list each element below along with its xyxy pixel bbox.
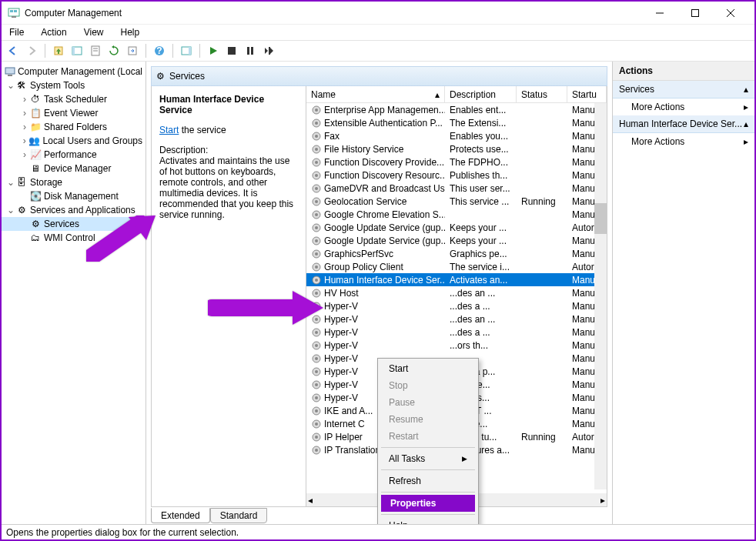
chevron-down-icon[interactable]: ⌄ [6,205,15,215]
menu-help[interactable]: Help [118,25,143,39]
menu-file[interactable]: File [6,25,27,39]
collapse-icon: ▴ [744,84,748,95]
services-app-icon: ⚙ [15,204,28,216]
up-button[interactable] [50,42,67,59]
column-status[interactable]: Status [517,86,567,102]
chevron-right-icon: ▶ [462,455,467,463]
properties-button[interactable] [87,42,104,59]
tree-local-users[interactable]: Local Users and Groups [43,135,142,146]
svg-point-70 [315,396,318,399]
service-row[interactable]: Hyper-V...des a ...Manu [306,326,607,339]
show-hide-tree-button[interactable] [69,42,85,59]
tree-device-manager[interactable]: Device Manager [44,163,111,174]
folder-icon: 📁 [29,121,42,133]
start-service-link[interactable]: Start [159,125,179,135]
chevron-right-icon[interactable]: › [20,108,29,119]
tab-extended[interactable]: Extended [151,508,210,523]
chevron-right-icon[interactable]: › [20,135,28,146]
minimize-button[interactable] [642,2,677,25]
pause-service-button[interactable] [242,42,259,59]
actions-group-services[interactable]: Services▴ [613,81,754,99]
start-service-button[interactable] [205,42,222,59]
service-row[interactable]: Human Interface Device Ser...Activates a… [306,273,607,286]
close-button[interactable] [713,2,748,25]
tree-services: Services [44,219,79,229]
svg-point-62 [315,344,318,347]
services-header-title: Services [169,71,205,82]
chevron-right-icon[interactable]: › [20,122,29,132]
stop-service-button[interactable] [223,42,240,59]
service-row[interactable]: Function Discovery Resourc...Publishes t… [306,169,607,182]
column-description[interactable]: Description [445,86,517,102]
back-button[interactable] [5,42,22,59]
tree-services-apps[interactable]: Services and Applications [30,205,135,215]
menu-action[interactable]: Action [38,25,69,39]
svg-rect-18 [189,47,191,55]
ctx-all-tasks[interactable]: All Tasks▶ [380,450,477,467]
tree-event-viewer[interactable]: Event Viewer [44,108,98,119]
service-row[interactable]: FaxEnables you...Manu [306,129,607,142]
service-row[interactable]: Hyper-V...ors th...Manu [306,339,607,352]
service-row[interactable]: HV Host...des an ...Manu [306,286,607,299]
service-row[interactable]: Hyper-V...des a ...Manu [306,299,607,312]
show-hide-action-button[interactable] [178,42,195,59]
restart-service-button[interactable] [260,42,277,59]
column-name[interactable]: Name▴ [306,86,445,102]
storage-icon: 🗄 [15,176,28,189]
column-startup[interactable]: Startu [567,86,607,102]
service-row[interactable]: GraphicsPerfSvcGraphics pe...Manu [306,247,607,260]
service-row[interactable]: Group Policy ClientThe service i...Autor [306,260,607,273]
service-row[interactable]: Google Chrome Elevation S...Manu [306,208,607,221]
service-row[interactable]: File History ServiceProtects use...Manu [306,142,607,155]
chevron-down-icon[interactable]: ⌄ [6,80,15,91]
status-text: Opens the properties dialog box for the … [6,527,239,538]
gear-icon: ⚙ [156,71,165,82]
svg-rect-24 [8,75,12,76]
chevron-right-icon[interactable]: › [20,94,29,105]
export-button[interactable] [124,42,141,59]
chevron-right-icon[interactable]: › [20,149,29,160]
service-row[interactable]: Hyper-V...des an ...Manu [306,312,607,326]
window-title: Computer Management [25,8,642,18]
help-button[interactable]: ? [151,42,168,59]
ctx-help[interactable]: Help [380,517,477,524]
chevron-down-icon[interactable]: ⌄ [6,177,15,188]
device-icon: 🖥 [29,162,42,175]
ctx-refresh[interactable]: Refresh [380,473,477,489]
ctx-properties[interactable]: Properties [381,495,475,512]
service-row[interactable]: Geolocation ServiceThis service ...Runni… [306,195,607,208]
svg-rect-20 [247,47,249,55]
tree-root[interactable]: Computer Management (Local [18,66,142,77]
forward-button[interactable] [23,42,40,59]
tree-shared-folders[interactable]: Shared Folders [44,122,107,132]
actions-more-1[interactable]: More Actions▸ [613,99,754,115]
tree-performance[interactable]: Performance [44,149,97,160]
gear-icon [311,419,322,429]
tab-standard[interactable]: Standard [210,508,268,523]
service-row[interactable]: Function Discovery Provide...The FDPHO..… [306,155,607,169]
tree-disk-management[interactable]: Disk Management [44,191,119,202]
scroll-left-icon[interactable]: ◂ [308,495,313,506]
service-row[interactable]: GameDVR and Broadcast Us...This user ser… [306,182,607,195]
svg-rect-22 [269,47,270,55]
actions-group-selected[interactable]: Human Interface Device Ser...▴ [613,115,754,133]
gear-icon [311,432,322,442]
svg-point-30 [315,135,318,138]
maximize-button[interactable] [677,2,713,25]
vertical-scrollbar[interactable] [594,103,607,489]
service-row[interactable]: Enterprise App Managemen...Enables ent..… [306,103,607,116]
gear-icon [311,196,322,207]
menu-view[interactable]: View [81,25,107,39]
actions-more-2[interactable]: More Actions▸ [613,133,754,150]
service-row[interactable]: Google Update Service (gup...Keeps your … [306,234,607,247]
gear-icon [311,262,322,272]
service-row[interactable]: Google Update Service (gup...Keeps your … [306,221,607,234]
service-row[interactable]: Extensible Authentication P...The Extens… [306,116,607,129]
ctx-start[interactable]: Start [380,360,477,377]
tree-storage[interactable]: Storage [30,177,62,188]
refresh-button[interactable] [105,42,122,59]
tree-task-scheduler[interactable]: Task Scheduler [44,94,107,105]
tree-pane[interactable]: Computer Management (Local ⌄🛠System Tool… [2,62,146,524]
scroll-right-icon[interactable]: ▸ [600,495,605,506]
tree-system-tools[interactable]: System Tools [30,80,85,91]
